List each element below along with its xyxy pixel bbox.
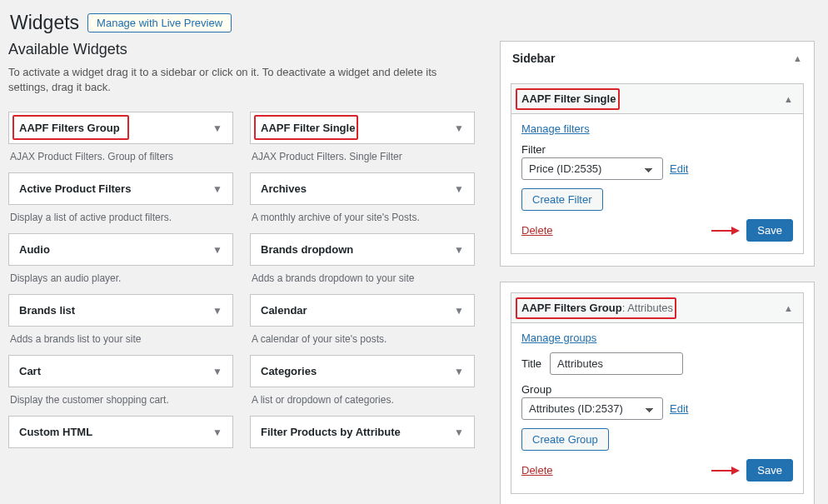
manage-groups-link[interactable]: Manage groups — [521, 332, 596, 344]
collapse-icon: ▲ — [784, 303, 793, 313]
edit-filter-link[interactable]: Edit — [670, 162, 688, 175]
available-widget: AAPF Filter Single▼AJAX Product Filters.… — [250, 112, 475, 162]
chevron-down-icon: ▼ — [212, 427, 222, 438]
chevron-down-icon: ▼ — [454, 427, 464, 438]
widget-handle[interactable]: Calendar▼ — [250, 294, 475, 327]
widget-description: AJAX Product Filters. Single Filter — [250, 144, 475, 162]
chevron-down-icon: ▼ — [454, 183, 464, 195]
sidebar-area-header[interactable]: Sidebar ▲ — [501, 42, 814, 75]
chevron-down-icon: ▼ — [454, 366, 464, 377]
widget-name: Audio — [19, 243, 50, 256]
chevron-down-icon: ▼ — [454, 244, 464, 256]
group-select[interactable]: Attributes (ID:2537) — [521, 397, 663, 420]
collapse-icon: ▲ — [784, 94, 793, 104]
widget-handle[interactable]: Categories▼ — [250, 355, 475, 387]
save-button[interactable]: Save — [746, 459, 793, 482]
widget-description: A list or dropdown of categories. — [250, 387, 475, 406]
widget-description: Adds a brands dropdown to your site — [250, 266, 475, 284]
chevron-down-icon: ▼ — [212, 122, 222, 134]
widget-description: Display the customer shopping cart. — [8, 387, 233, 406]
widget-description: A calendar of your site's posts. — [250, 327, 475, 345]
widget-handle[interactable]: Custom HTML▼ — [8, 416, 233, 448]
widget-header[interactable]: AAPF Filters Group: Attributes ▲ — [511, 293, 803, 323]
widget-name: Cart — [19, 365, 41, 377]
chevron-down-icon: ▼ — [454, 305, 464, 317]
widget-description: A monthly archive of your site's Posts. — [250, 205, 475, 223]
widget-description: Displays an audio player. — [8, 266, 233, 284]
widget-handle[interactable]: AAPF Filter Single▼ — [250, 112, 475, 144]
widget-name: Filter Products by Attribute — [261, 426, 401, 438]
widget-name: Calendar — [261, 304, 307, 317]
chevron-down-icon: ▼ — [454, 122, 464, 134]
widget-handle[interactable]: Cart▼ — [8, 355, 233, 387]
chevron-down-icon: ▼ — [212, 183, 222, 195]
widget-name: Active Product Filters — [19, 182, 131, 195]
available-widget: Cart▼Display the customer shopping cart. — [8, 355, 233, 406]
available-widget: Calendar▼A calendar of your site's posts… — [250, 294, 475, 345]
filter-select[interactable]: Price (ID:2535) — [521, 157, 663, 180]
chevron-down-icon: ▼ — [212, 366, 222, 377]
available-widgets-heading: Available Widgets — [8, 41, 475, 58]
available-widgets-desc: To activate a widget drag it to a sideba… — [8, 65, 458, 95]
widget-title: AAPF Filters Group: Attributes — [521, 302, 673, 314]
group-label: Group — [521, 383, 793, 396]
widget-aapf-filters-group: AAPF Filters Group: Attributes ▲ Manage … — [511, 292, 804, 494]
widget-name: Categories — [261, 365, 317, 377]
sidebar-area-continued: AAPF Filters Group: Attributes ▲ Manage … — [500, 282, 815, 504]
save-button[interactable]: Save — [746, 219, 793, 242]
available-widget: Brands dropdown▼Adds a brands dropdown t… — [250, 233, 475, 284]
collapse-icon: ▲ — [793, 53, 802, 63]
annotation-arrow-icon — [711, 225, 740, 237]
widget-name: Custom HTML — [19, 426, 92, 438]
widget-description: AJAX Product Filters. Group of filters — [8, 144, 233, 162]
available-widget: Custom HTML▼ — [8, 416, 233, 448]
chevron-down-icon: ▼ — [212, 244, 222, 256]
delete-widget-link[interactable]: Delete — [521, 464, 553, 477]
widget-handle[interactable]: Brands dropdown▼ — [250, 233, 475, 266]
chevron-down-icon: ▼ — [212, 305, 222, 317]
widget-header[interactable]: AAPF Filter Single ▲ — [511, 84, 803, 114]
available-widgets-grid: AAPF Filters Group▼AJAX Product Filters.… — [8, 112, 475, 458]
manage-filters-link[interactable]: Manage filters — [521, 122, 590, 135]
page-header: Widgets Manage with Live Preview — [0, 0, 828, 41]
widget-handle[interactable]: Audio▼ — [8, 233, 233, 266]
title-input[interactable] — [550, 352, 683, 375]
widget-handle[interactable]: Brands list▼ — [8, 294, 233, 327]
widget-name: Brands dropdown — [261, 243, 353, 256]
svg-marker-1 — [731, 227, 740, 235]
create-filter-button[interactable]: Create Filter — [521, 188, 603, 211]
svg-marker-3 — [731, 467, 740, 475]
create-group-button[interactable]: Create Group — [521, 428, 609, 451]
widget-title: AAPF Filter Single — [521, 92, 616, 105]
widget-handle[interactable]: Archives▼ — [250, 172, 475, 205]
delete-widget-link[interactable]: Delete — [521, 224, 553, 237]
annotation-arrow-icon — [711, 465, 740, 477]
edit-group-link[interactable]: Edit — [670, 402, 688, 415]
page-title: Widgets — [10, 12, 79, 34]
widget-name: Archives — [261, 182, 307, 195]
available-widget: Audio▼Displays an audio player. — [8, 233, 233, 284]
available-widget: Brands list▼Adds a brands list to your s… — [8, 294, 233, 345]
title-label: Title — [521, 357, 541, 370]
widget-handle[interactable]: AAPF Filters Group▼ — [8, 112, 233, 144]
widget-handle[interactable]: Active Product Filters▼ — [8, 172, 233, 205]
available-widget: Archives▼A monthly archive of your site'… — [250, 172, 475, 223]
available-widget: AAPF Filters Group▼AJAX Product Filters.… — [8, 112, 233, 162]
widget-aapf-filter-single: AAPF Filter Single ▲ Manage filters Filt… — [511, 83, 804, 254]
available-widget: Active Product Filters▼Display a list of… — [8, 172, 233, 223]
sidebar-area-title: Sidebar — [512, 52, 555, 65]
widget-handle[interactable]: Filter Products by Attribute▼ — [250, 416, 475, 448]
widget-name: AAPF Filter Single — [261, 122, 355, 134]
widget-name: Brands list — [19, 304, 75, 317]
widget-description: Adds a brands list to your site — [8, 327, 233, 345]
available-widget: Filter Products by Attribute▼ — [250, 416, 475, 448]
filter-label: Filter — [521, 143, 793, 156]
widget-description: Display a list of active product filters… — [8, 205, 233, 223]
live-preview-button[interactable]: Manage with Live Preview — [87, 13, 232, 32]
widget-name: AAPF Filters Group — [19, 122, 120, 134]
available-widget: Categories▼A list or dropdown of categor… — [250, 355, 475, 406]
sidebar-area: Sidebar ▲ AAPF Filter Single ▲ Manage fi… — [500, 41, 815, 267]
